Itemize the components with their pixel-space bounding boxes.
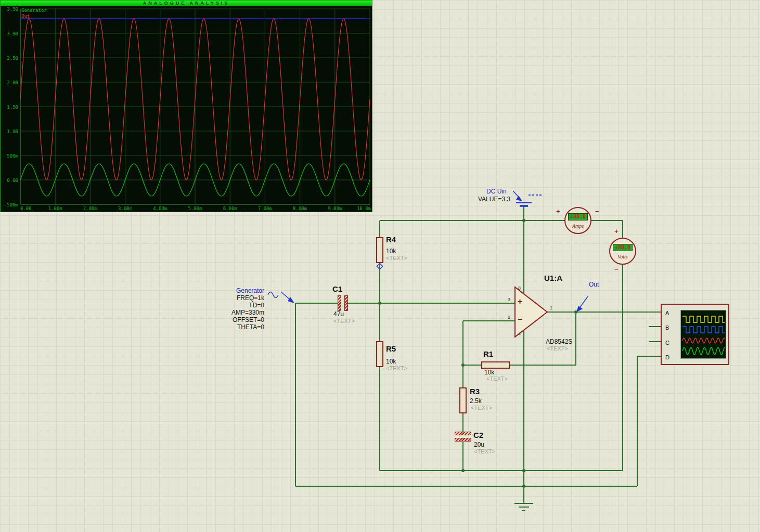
x-tick: 5.00m bbox=[186, 206, 204, 211]
scope-channel-c: C bbox=[665, 340, 669, 346]
generator-name: Generator bbox=[212, 287, 264, 294]
generator-prop-amp: AMP=330m bbox=[212, 309, 264, 316]
C2-value: 20u bbox=[474, 441, 484, 448]
x-tick: 2.00m bbox=[81, 206, 99, 211]
scope-channel-a: A bbox=[665, 310, 669, 316]
C1-value: 47u bbox=[333, 310, 344, 318]
R5-ref: R5 bbox=[386, 344, 396, 353]
R4-text: <TEXT> bbox=[386, 255, 407, 261]
y-tick: 1.00 bbox=[1, 129, 18, 134]
C1-text: <TEXT> bbox=[333, 318, 355, 324]
resistor-R1[interactable] bbox=[481, 361, 510, 369]
opamp-plus-sign: + bbox=[518, 299, 522, 305]
generator-symbol[interactable] bbox=[264, 288, 297, 306]
R3-ref: R3 bbox=[470, 387, 480, 396]
ammeter-display: +88.0 bbox=[568, 213, 588, 220]
opamp-pin-4: 4 bbox=[518, 331, 521, 336]
C1-ref: C1 bbox=[332, 284, 342, 293]
resistor-R5[interactable] bbox=[376, 341, 383, 367]
y-tick: 2.50 bbox=[1, 56, 18, 61]
generator-prop-freq: FREQ=1k bbox=[212, 294, 264, 302]
x-tick: 7.00m bbox=[255, 206, 274, 211]
legend-out: Out bbox=[21, 14, 47, 19]
dc-source-symbol[interactable] bbox=[511, 188, 544, 208]
opamp-part: AD8542S bbox=[546, 338, 572, 345]
ammeter[interactable]: +88.0 Amps bbox=[564, 207, 591, 234]
capacitor-C1-plate[interactable] bbox=[344, 295, 348, 311]
y-tick: 0.00 bbox=[1, 178, 18, 183]
graph-title-bar[interactable]: ANALOGUE ANALYSIS bbox=[1, 1, 372, 6]
opamp-pin-3: 3 bbox=[508, 297, 510, 302]
generator-prop-theta: THETA=0 bbox=[212, 323, 264, 331]
R3-value: 2.5k bbox=[470, 397, 482, 405]
voltmeter-plus-mark: + bbox=[614, 227, 619, 235]
x-tick: 9.00m bbox=[326, 206, 344, 211]
dc-source-label: DC Uin bbox=[486, 188, 507, 195]
y-tick: 3.50 bbox=[1, 7, 18, 12]
capacitor-C1[interactable] bbox=[338, 295, 341, 311]
x-tick: 4.00m bbox=[151, 206, 170, 211]
generator-prop-td: TD=0 bbox=[212, 302, 264, 309]
C2-text: <TEXT> bbox=[474, 448, 495, 455]
R1-ref: R1 bbox=[483, 349, 493, 358]
opamp-pin-8: 8 bbox=[518, 286, 521, 291]
ground-symbol[interactable] bbox=[512, 499, 535, 514]
R4-value: 10k bbox=[386, 248, 396, 255]
R5-text: <TEXT> bbox=[386, 365, 407, 371]
oscilloscope[interactable]: A B C D bbox=[661, 304, 729, 365]
x-tick: 1.00m bbox=[46, 206, 65, 211]
generator-prop-offset: OFFSET=0 bbox=[212, 316, 264, 323]
out-probe-label: Out bbox=[589, 281, 599, 288]
opamp-ref: U1:A bbox=[544, 274, 562, 282]
scope-channel-d: D bbox=[665, 354, 669, 360]
opamp-text: <TEXT> bbox=[547, 345, 568, 352]
R3-text: <TEXT> bbox=[471, 405, 492, 411]
ammeter-label: Amps bbox=[565, 223, 590, 229]
R4-ref: R4 bbox=[386, 235, 396, 244]
resistor-R3[interactable] bbox=[459, 387, 467, 413]
voltmeter-minus-mark: − bbox=[614, 265, 619, 273]
y-tick: 2.00 bbox=[1, 80, 18, 85]
capacitor-C2-plate[interactable] bbox=[455, 438, 471, 442]
C2-ref: C2 bbox=[473, 431, 483, 439]
voltmeter-display: +88.8 bbox=[613, 244, 633, 251]
ammeter-plus-mark: + bbox=[556, 207, 560, 215]
analogue-analysis-window[interactable]: ANALOGUE ANALYSIS 3.503.002.502.001.501.… bbox=[0, 0, 372, 212]
dc-source-value: VALUE=3.3 bbox=[478, 196, 510, 203]
R1-text: <TEXT> bbox=[486, 375, 508, 382]
capacitor-C2[interactable] bbox=[455, 432, 471, 435]
opamp-pin-2: 2 bbox=[508, 315, 510, 320]
scope-screen bbox=[680, 310, 726, 359]
opamp-U1A[interactable] bbox=[515, 287, 547, 337]
y-tick: -500m bbox=[1, 202, 18, 207]
legend-generator: Generator bbox=[21, 8, 47, 14]
voltmeter[interactable]: +88.8 Volts bbox=[609, 238, 636, 265]
R5-value: 10k bbox=[386, 358, 396, 365]
x-tick: 0.00 bbox=[20, 206, 39, 211]
x-tick: 3.00m bbox=[116, 206, 135, 211]
x-tick: 10.0m bbox=[352, 206, 371, 211]
schematic-canvas: Generator FREQ=1k TD=0 AMP=330m OFFSET=0… bbox=[0, 0, 760, 532]
y-tick: 500m bbox=[1, 153, 18, 159]
opamp-minus-sign: − bbox=[518, 316, 522, 322]
R1-value: 10k bbox=[484, 369, 494, 376]
out-probe-symbol[interactable] bbox=[574, 289, 591, 313]
resistor-R4[interactable] bbox=[376, 237, 383, 263]
scope-channel-b: B bbox=[665, 325, 669, 331]
x-tick: 8.00m bbox=[291, 206, 310, 211]
opamp-pin-1: 1 bbox=[550, 305, 552, 310]
y-tick: 3.00 bbox=[1, 31, 18, 36]
generator-labels: Generator FREQ=1k TD=0 AMP=330m OFFSET=0… bbox=[212, 287, 264, 331]
voltmeter-label: Volts bbox=[610, 254, 635, 259]
graph-plot: 3.503.002.502.001.501.00500m0.00-500m 0.… bbox=[1, 6, 372, 212]
ammeter-minus-mark: − bbox=[595, 207, 599, 215]
x-tick: 6.00m bbox=[221, 206, 239, 211]
y-tick: 1.50 bbox=[1, 105, 18, 110]
